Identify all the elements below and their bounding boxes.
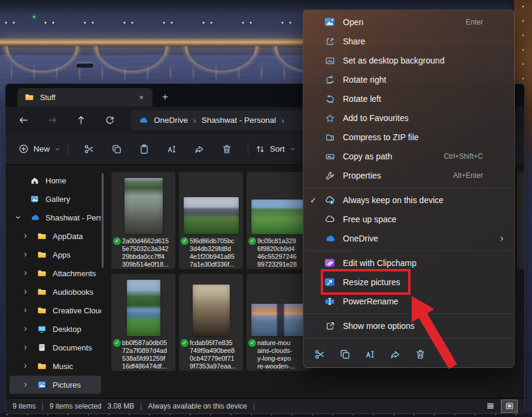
paste-button[interactable] [130, 139, 158, 159]
delete-button[interactable] [213, 139, 241, 159]
new-button[interactable]: New [19, 144, 60, 154]
chevron-right-icon[interactable] [23, 308, 28, 313]
chevron-right-icon[interactable] [23, 252, 28, 258]
up-button[interactable] [71, 111, 90, 130]
photos-app-icon [324, 16, 336, 28]
rename-button[interactable] [158, 139, 186, 159]
forward-button[interactable] [42, 111, 62, 130]
quick-actions-row [303, 341, 514, 367]
sort-button[interactable]: Sort [256, 144, 296, 154]
chevron-right-icon[interactable] [23, 271, 28, 276]
file-tile[interactable]: ✓ 9c09c81a3296f9820cb9d446c5529724699723… [247, 172, 311, 269]
menu-divider [304, 188, 513, 188]
file-tile[interactable]: ✓ 5f6d86db705bc3d4db329fd8d4e1f20b941a85… [179, 172, 243, 269]
details-view-button[interactable] [482, 400, 498, 412]
file-name: ✓ 2a00d4662d6155e75032c3a34229bbda0cc7ff… [111, 237, 175, 268]
sidebar-item-desktop[interactable]: Desktop [10, 320, 101, 338]
menu-item-set-desktop-background[interactable]: Set as desktop background [303, 51, 514, 70]
desktop-icon [37, 324, 47, 334]
cloud-keep-icon [324, 194, 336, 206]
chevron-down-icon [54, 146, 60, 152]
rotate-left-icon [324, 93, 336, 105]
menu-item-always-keep-on-device[interactable]: ✓ Always keep on this device [303, 191, 514, 210]
wallpaper-traffic-light [33, 16, 35, 18]
show-more-icon [324, 320, 336, 332]
chevron-right-icon[interactable] [23, 382, 28, 388]
properties-wrench-icon [324, 170, 336, 182]
copy-button[interactable] [103, 139, 130, 159]
context-menu: Open Enter Share Set as desktop backgrou… [303, 10, 515, 368]
sidebar-item-creative-cloud[interactable]: Creative Cloud [10, 301, 101, 319]
cloud-outline-icon [324, 213, 336, 225]
tab-close-icon[interactable]: × [136, 93, 147, 102]
chevron-right-icon[interactable] [23, 234, 28, 239]
menu-item-copy-as-path[interactable]: Copy as path Ctrl+Shift+C [303, 147, 514, 166]
menu-item-share[interactable]: Share [303, 32, 514, 51]
file-thumbnail [179, 176, 243, 234]
sidebar-item-gallery[interactable]: Gallery [10, 190, 101, 208]
chevron-right-icon[interactable] [23, 289, 28, 295]
menu-item-open[interactable]: Open Enter [303, 13, 514, 32]
chevron-right-icon[interactable] [23, 345, 28, 350]
sidebar-item-music[interactable]: Music [10, 357, 101, 375]
chevron-right-icon[interactable] [23, 364, 28, 369]
file-name: ✓ 5f6d86db705bc3d4db329fd8d4e1f20b941a85… [179, 237, 243, 268]
folder-icon [37, 231, 47, 241]
refresh-button[interactable] [100, 111, 119, 130]
tab-stuff[interactable]: Stuff × [17, 88, 153, 107]
sidebar-scrollbar[interactable] [102, 173, 104, 268]
folder-icon [37, 361, 47, 371]
chevron-down-icon [290, 146, 296, 152]
thumbnail-view-button[interactable] [501, 400, 517, 412]
menu-item-onedrive[interactable]: OneDrive [303, 229, 514, 248]
menu-item-free-up-space[interactable]: Free up space [303, 210, 514, 229]
sidebar-label: Desktop [53, 325, 81, 334]
copy-icon[interactable] [338, 348, 351, 361]
sidebar-item-pictures[interactable]: Pictures [10, 376, 101, 394]
cut-icon[interactable] [313, 348, 326, 361]
sidebar-item-audiobooks[interactable]: Audiobooks [10, 283, 101, 301]
file-tile[interactable]: ✓ 2a00d4662d6155e75032c3a34229bbda0cc7ff… [111, 172, 175, 269]
breadcrumb-root[interactable]: OneDrive [154, 116, 188, 125]
new-tab-button[interactable]: + [162, 91, 168, 103]
file-tile[interactable]: ✓ bb0f587a0db0572a7f0897d4ad538a5fd91259… [111, 274, 175, 371]
file-tile-partial[interactable] [517, 172, 525, 269]
menu-item-add-to-favourites[interactable]: Add to Favourites [303, 108, 514, 128]
chevron-down-icon[interactable] [15, 214, 21, 220]
delete-icon[interactable] [414, 348, 427, 361]
annotation-highlight-box [321, 269, 411, 295]
sidebar-item-apps[interactable]: Apps [10, 246, 101, 264]
file-name: ✓ fcdab95f7e835749f9a490bee80cb42779e0f7… [179, 339, 243, 370]
breadcrumb-folder[interactable]: Shashwat - Personal [202, 116, 276, 125]
menu-item-show-more-options[interactable]: Show more options [303, 316, 514, 336]
menu-item-rotate-right[interactable]: Rotate right [303, 70, 514, 89]
synced-check-icon: ✓ [181, 339, 189, 347]
menu-shortcut: Ctrl+Shift+C [444, 152, 483, 161]
sidebar-item-home[interactable]: Home [10, 171, 101, 189]
file-name: ✓ nature-mouains-clouds-y-long-expore-wo… [247, 339, 311, 370]
menu-item-properties[interactable]: Properties Alt+Enter [303, 166, 514, 185]
status-selection: 9 items selected [50, 402, 102, 410]
cut-button[interactable] [75, 139, 103, 159]
synced-check-icon: ✓ [113, 339, 121, 347]
menu-item-rotate-left[interactable]: Rotate left [303, 89, 514, 108]
rename-icon[interactable] [363, 348, 376, 361]
sidebar-item-onedrive-personal[interactable]: Shashwat - Pers [10, 208, 101, 226]
sidebar-label: Home [45, 176, 66, 185]
rotate-right-icon [324, 74, 336, 86]
menu-item-compress-zip[interactable]: Compress to ZIP file [303, 128, 514, 147]
menu-divider [304, 313, 513, 314]
folder-icon [37, 287, 47, 297]
clipchamp-icon [324, 257, 336, 269]
share-icon[interactable] [388, 348, 402, 361]
share-button[interactable] [186, 139, 213, 159]
zip-folder-icon [324, 131, 336, 143]
sidebar-item-documents[interactable]: Documents [10, 339, 101, 356]
sidebar-item-appdata[interactable]: AppData [10, 227, 101, 245]
file-tile[interactable]: ✓ nature-mouains-clouds-y-long-expore-wo… [247, 274, 311, 371]
file-tile[interactable]: ✓ fcdab95f7e835749f9a490bee80cb42779e0f7… [179, 274, 243, 371]
back-button[interactable] [14, 111, 33, 130]
onedrive-icon [138, 115, 148, 125]
sidebar-item-attachments[interactable]: Attachments [10, 264, 101, 282]
chevron-right-icon[interactable] [23, 327, 28, 332]
